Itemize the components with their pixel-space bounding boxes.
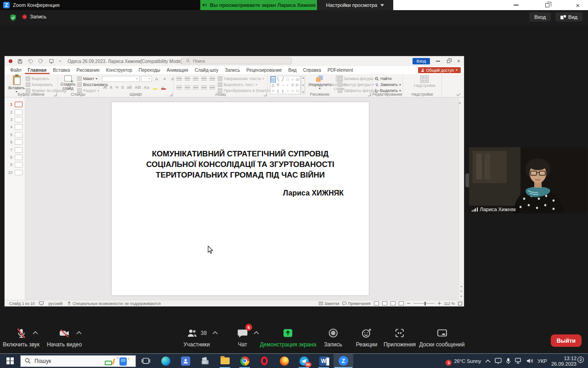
slide-thumbnail-8[interactable]: 8 [5,154,25,161]
task-view-button[interactable] [136,354,156,368]
indent-icon[interactable] [201,77,207,81]
find-button[interactable]: Найти [375,76,391,81]
shape-cell[interactable]: ▷ [295,82,300,88]
highlight-pen-icon[interactable] [153,85,158,90]
speaker-icon[interactable] [526,358,533,364]
cut-button[interactable]: Вырезать [26,76,49,81]
wireless-display-icon[interactable] [495,358,502,364]
increase-font-icon[interactable]: А [154,76,159,81]
dialog-launcher-icon[interactable] [264,93,266,96]
customize-qat-icon[interactable] [59,61,61,62]
language-indicator[interactable]: УКР [537,358,547,364]
outdent-icon[interactable] [193,77,198,81]
slide-thumbnail-2[interactable]: 2 [5,108,25,115]
font-style-icon[interactable]: S [120,85,125,90]
save-icon[interactable] [17,59,23,64]
slide-thumbnail-5[interactable]: 5 [5,131,25,138]
dialog-launcher-icon[interactable] [368,93,371,96]
canvas-scrollbar[interactable] [458,98,464,300]
slide-thumbnail-6[interactable]: 6 [5,138,25,146]
taskbar-fax-app[interactable] [195,354,215,368]
align-center-icon[interactable] [185,86,190,90]
shape-cell[interactable]: ╲ [276,76,281,82]
font-style-icon[interactable]: Ж [102,85,108,90]
slide-thumbnail-3[interactable]: 3 [5,116,25,123]
participants-button[interactable]: 38 Участники [183,327,209,348]
share-screen-button[interactable]: Демонстрация экрана [260,327,317,348]
dialog-launcher-icon[interactable] [170,93,172,96]
clock[interactable]: 13:12 26.09.2023 [551,356,577,367]
office-signin-button[interactable]: Вход [413,58,430,64]
chevron-up-icon[interactable] [212,331,218,334]
shape-cell[interactable]: ▽ [276,82,281,88]
taskbar-file-explorer[interactable] [215,354,235,368]
bullets-icon[interactable] [176,77,182,81]
shape-cell[interactable]: ◇ [290,82,295,88]
login-button[interactable]: Вход [529,12,551,22]
slide-thumbnail-4[interactable]: 4 [5,123,25,131]
zoom-out-icon[interactable] [407,303,410,304]
tab-review[interactable]: Рецензирование [243,66,285,74]
font-style-icon[interactable]: Ч [114,85,119,90]
tab-slideshow[interactable]: Слайд-шоу [192,66,222,74]
restore-icon[interactable] [447,60,450,63]
shape-cell[interactable]: ↓ [285,82,290,88]
normal-view-button[interactable] [374,301,379,305]
chat-button[interactable]: 5 Чат [237,327,248,348]
participant-video[interactable] [469,147,587,213]
language-indicator[interactable]: русский [48,301,62,306]
taskbar-opera[interactable] [254,354,274,368]
font-style-icon[interactable]: аб [125,85,133,90]
addins-button[interactable]: Надстройки [414,75,435,88]
whiteboards-button[interactable]: Доски сообщений [419,327,464,348]
collapse-ribbon-icon[interactable] [456,92,460,96]
slide-thumbnail-7[interactable]: 7 [5,146,25,153]
copy-button[interactable]: Копировать [26,82,53,87]
arrange-button[interactable]: Упорядочить [308,75,332,89]
minimize-icon[interactable] [514,5,519,6]
undo-icon[interactable] [28,59,33,64]
slide-thumbnail-1[interactable]: 1 [5,101,25,108]
current-slide[interactable]: КОМУНІКАТИВНИЙ СТРАТЕГІЧНИЙ СУПРОВІД СОЦ… [112,102,369,295]
mute-button[interactable]: Включить звук [3,327,40,348]
next-slide-icon[interactable] [460,291,462,292]
chevron-up-icon[interactable] [33,331,38,334]
taskbar-chrome[interactable] [235,354,254,368]
taskbar-zoom[interactable]: Z [334,354,353,368]
minimize-icon[interactable] [436,61,440,61]
shape-outline-button[interactable]: Контур фигуры [338,82,374,87]
shape-cell[interactable]: □ [285,76,290,82]
microphone-tray-icon[interactable] [506,358,511,364]
share-document-button[interactable]: Общий доступ [418,67,461,73]
notes-button[interactable]: Заметки [319,301,339,306]
display-settings-icon[interactable] [39,301,44,305]
shape-cell[interactable]: → [280,82,285,88]
view-settings-button[interactable]: Настройки просмотра [317,0,393,10]
text-direction-button[interactable]: Направление текста [218,76,264,81]
reading-view-button[interactable] [390,301,396,305]
fit-slide-icon[interactable] [458,302,462,305]
taskbar-word[interactable]: W [314,354,334,368]
font-style-icon[interactable]: К [109,85,114,90]
font-name-combo[interactable] [102,76,140,82]
tab-file[interactable]: Файл [7,66,25,74]
network-icon[interactable] [515,358,522,364]
scroll-down-icon[interactable] [460,296,462,297]
tab-transitions[interactable]: Переходы [136,66,164,74]
align-left-icon[interactable] [176,86,182,90]
tab-pdfelement[interactable]: PDFelement [324,66,356,74]
tab-draw[interactable]: Рисование [73,66,102,74]
shapes-gallery[interactable]: ▭╲╱□○▭△▽→↓◇▷☆{}~○□ [270,76,300,94]
tab-view[interactable]: Вид [285,66,300,74]
chevron-up-icon[interactable] [76,331,82,334]
zoom-level[interactable]: 112 % [444,301,455,306]
restore-icon[interactable] [545,3,549,7]
font-style-icon[interactable]: Аа [142,85,150,90]
taskbar-firefox[interactable] [274,354,294,368]
shape-cell[interactable]: ▭ [295,76,300,82]
previous-slide-icon[interactable] [460,286,462,287]
zoom-slider[interactable] [413,303,435,304]
numbering-icon[interactable] [185,77,190,81]
hidden-icons-chevron[interactable] [485,359,491,363]
decrease-font-icon[interactable]: А [162,77,167,81]
